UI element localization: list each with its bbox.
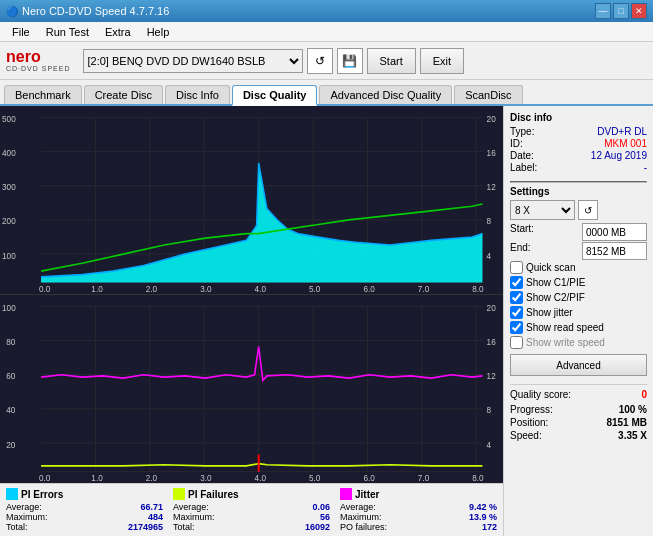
svg-text:100: 100 (2, 303, 16, 314)
title-bar: 🔵 Nero CD-DVD Speed 4.7.7.16 — □ ✕ (0, 0, 653, 22)
svg-text:7.0: 7.0 (418, 472, 430, 483)
svg-text:2.0: 2.0 (146, 472, 158, 483)
svg-text:4.0: 4.0 (255, 472, 267, 483)
quick-scan-row: Quick scan (510, 261, 647, 274)
pi-failures-color (173, 488, 185, 500)
svg-text:100: 100 (2, 250, 16, 261)
settings-refresh-button[interactable]: ↺ (578, 200, 598, 220)
end-mb-row: End: (510, 242, 647, 260)
svg-text:4.0: 4.0 (255, 283, 267, 294)
legend-pi-errors: PI Errors Average: 66.71 Maximum: 484 To… (6, 488, 163, 532)
disc-type-row: Type: DVD+R DL (510, 126, 647, 137)
disc-info-title: Disc info (510, 112, 647, 123)
legend-area: PI Errors Average: 66.71 Maximum: 484 To… (0, 483, 503, 536)
jitter-average-row: Average: 9.42 % (340, 502, 497, 512)
legend-pi-failures-title: PI Failures (173, 488, 330, 500)
svg-text:5.0: 5.0 (309, 283, 321, 294)
show-write-speed-checkbox[interactable] (510, 336, 523, 349)
refresh-button[interactable]: ↺ (307, 48, 333, 74)
quick-scan-checkbox[interactable] (510, 261, 523, 274)
start-mb-input[interactable] (582, 223, 647, 241)
pi-failures-average-row: Average: 0.06 (173, 502, 330, 512)
charts-section: 500 400 300 200 100 20 16 12 8 4 0.0 1.0… (0, 106, 503, 536)
logo-nero: nero (6, 49, 71, 65)
svg-text:16: 16 (487, 148, 496, 159)
svg-text:12: 12 (487, 371, 496, 382)
settings-title: Settings (510, 186, 647, 197)
tab-advanced-disc-quality[interactable]: Advanced Disc Quality (319, 85, 452, 104)
svg-text:8.0: 8.0 (472, 472, 484, 483)
tab-disc-quality[interactable]: Disc Quality (232, 85, 318, 106)
progress-row: Progress: 100 % (510, 404, 647, 415)
jitter-po-row: PO failures: 172 (340, 522, 497, 532)
maximize-button[interactable]: □ (613, 3, 629, 19)
logo-cdspeed: CD·DVD SPEED (6, 65, 71, 72)
svg-text:8: 8 (487, 216, 492, 227)
chart-top: 500 400 300 200 100 20 16 12 8 4 0.0 1.0… (0, 106, 503, 294)
svg-text:300: 300 (2, 182, 16, 193)
chart-bottom: 100 80 60 40 20 20 16 12 8 4 0.0 1.0 2.0… (0, 294, 503, 483)
settings-section: Settings 8 X ↺ Start: End: Quick scan (510, 186, 647, 376)
svg-text:7.0: 7.0 (418, 283, 430, 294)
menu-help[interactable]: Help (139, 24, 178, 40)
main-content: 500 400 300 200 100 20 16 12 8 4 0.0 1.0… (0, 106, 653, 536)
drive-select[interactable]: [2:0] BENQ DVD DD DW1640 BSLB (83, 49, 303, 73)
show-c2-row: Show C2/PIF (510, 291, 647, 304)
show-read-speed-checkbox[interactable] (510, 321, 523, 334)
pi-errors-color (6, 488, 18, 500)
title-bar-left: 🔵 Nero CD-DVD Speed 4.7.7.16 (6, 5, 169, 17)
svg-text:2.0: 2.0 (146, 283, 158, 294)
menu-run-test[interactable]: Run Test (38, 24, 97, 40)
svg-text:3.0: 3.0 (200, 283, 212, 294)
speed-select[interactable]: 8 X (510, 200, 575, 220)
charts-wrapper: 500 400 300 200 100 20 16 12 8 4 0.0 1.0… (0, 106, 503, 483)
tab-disc-info[interactable]: Disc Info (165, 85, 230, 104)
svg-text:1.0: 1.0 (91, 283, 103, 294)
quality-score-row: Quality score: 0 (510, 384, 647, 400)
svg-text:4: 4 (487, 439, 492, 450)
svg-text:3.0: 3.0 (200, 472, 212, 483)
logo: nero CD·DVD SPEED (6, 49, 71, 72)
svg-text:500: 500 (2, 114, 16, 125)
app-title: Nero CD-DVD Speed 4.7.7.16 (22, 5, 169, 17)
pi-errors-average-row: Average: 66.71 (6, 502, 163, 512)
start-button[interactable]: Start (367, 48, 416, 74)
svg-rect-34 (0, 295, 503, 483)
pi-errors-total-row: Total: 2174965 (6, 522, 163, 532)
disc-id-row: ID: MKM 001 (510, 138, 647, 149)
top-chart-svg: 500 400 300 200 100 20 16 12 8 4 0.0 1.0… (0, 106, 503, 294)
end-mb-input[interactable] (582, 242, 647, 260)
svg-text:0.0: 0.0 (39, 283, 51, 294)
exit-button[interactable]: Exit (420, 48, 464, 74)
svg-text:0.0: 0.0 (39, 472, 51, 483)
advanced-button[interactable]: Advanced (510, 354, 647, 376)
tab-benchmark[interactable]: Benchmark (4, 85, 82, 104)
position-row: Position: 8151 MB (510, 417, 647, 428)
menu-file[interactable]: File (4, 24, 38, 40)
svg-text:12: 12 (487, 182, 496, 193)
pi-failures-max-row: Maximum: 56 (173, 512, 330, 522)
legend-jitter: Jitter Average: 9.42 % Maximum: 13.9 % P… (340, 488, 497, 532)
show-jitter-checkbox[interactable] (510, 306, 523, 319)
right-panel: Disc info Type: DVD+R DL ID: MKM 001 Dat… (503, 106, 653, 536)
save-button[interactable]: 💾 (337, 48, 363, 74)
title-bar-controls: — □ ✕ (595, 3, 647, 19)
show-c1-row: Show C1/PIE (510, 276, 647, 289)
svg-text:60: 60 (6, 371, 15, 382)
svg-text:8.0: 8.0 (472, 283, 484, 294)
svg-text:20: 20 (487, 114, 496, 125)
minimize-button[interactable]: — (595, 3, 611, 19)
menu-extra[interactable]: Extra (97, 24, 139, 40)
menu-bar: File Run Test Extra Help (0, 22, 653, 42)
show-c1-checkbox[interactable] (510, 276, 523, 289)
close-button[interactable]: ✕ (631, 3, 647, 19)
show-c2-checkbox[interactable] (510, 291, 523, 304)
tab-create-disc[interactable]: Create Disc (84, 85, 163, 104)
disc-label-row: Label: - (510, 162, 647, 173)
svg-text:20: 20 (6, 439, 15, 450)
speed-row: 8 X ↺ (510, 200, 647, 220)
pi-errors-max-row: Maximum: 484 (6, 512, 163, 522)
tab-scandisc[interactable]: ScanDisc (454, 85, 522, 104)
svg-text:80: 80 (6, 337, 15, 348)
speed-row-prog: Speed: 3.35 X (510, 430, 647, 441)
